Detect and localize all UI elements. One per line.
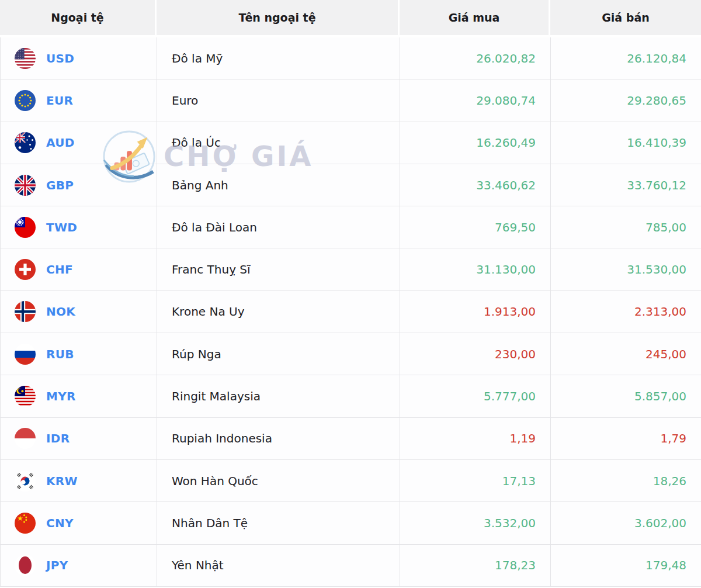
- sell-price: 179,48: [646, 558, 686, 572]
- table-row: MYR Ringit Malaysia 5.777,00 5.857,00: [0, 375, 701, 417]
- buy-cell: 26.020,82: [400, 37, 551, 79]
- col-header-currency-name: Tên ngoại tệ: [157, 0, 400, 35]
- table-row: NOK Krone Na Uy 1.913,00 2.313,00: [0, 291, 701, 333]
- sell-price: 5.857,00: [634, 389, 686, 403]
- buy-price: 16.260,49: [476, 136, 536, 150]
- table-row: GBP Bảng Anh 33.460,62 33.760,12: [0, 164, 701, 206]
- currency-code-link[interactable]: MYR: [46, 389, 76, 403]
- name-cell: Đô la Đài Loan: [157, 206, 400, 248]
- table-row: KRW Won Hàn Quốc 17,13 18,26: [0, 460, 701, 502]
- sell-price: 245,00: [646, 347, 686, 361]
- table-row: EUR Euro 29.080,74 29.280,65: [0, 79, 701, 122]
- myr-flag-icon: [15, 386, 36, 407]
- table-row: JPY Yên Nhật 178,23 179,48: [0, 545, 701, 587]
- currency-code-link[interactable]: KRW: [46, 474, 78, 488]
- currency-name: Nhân Dân Tệ: [172, 516, 248, 530]
- currency-name: Krone Na Uy: [172, 305, 245, 319]
- currency-name: Ringit Malaysia: [172, 389, 261, 403]
- buy-price: 31.130,00: [476, 262, 536, 276]
- cny-flag-icon: [15, 513, 36, 534]
- sell-cell: 1,79: [551, 418, 701, 459]
- currency-cell: JPY: [1, 545, 157, 586]
- name-cell: Rúp Nga: [157, 333, 400, 375]
- currency-name: Rupiah Indonesia: [172, 431, 272, 445]
- currency-code-link[interactable]: USD: [46, 51, 74, 65]
- currency-name: Đô la Đài Loan: [172, 220, 257, 234]
- aud-flag-icon: [15, 132, 36, 153]
- buy-cell: 230,00: [400, 333, 551, 375]
- sell-cell: 245,00: [551, 333, 701, 375]
- name-cell: Nhân Dân Tệ: [157, 502, 400, 544]
- name-cell: Đô la Úc: [157, 122, 400, 164]
- table-row: TWD Đô la Đài Loan 769,50 785,00: [0, 206, 701, 248]
- sell-cell: 3.602,00: [551, 502, 701, 544]
- buy-cell: 17,13: [400, 460, 551, 501]
- rub-flag-icon: [15, 344, 36, 365]
- currency-cell: CNY: [1, 502, 157, 544]
- buy-cell: 178,23: [400, 545, 551, 586]
- twd-flag-icon: [15, 217, 36, 238]
- buy-price: 26.020,82: [476, 51, 536, 65]
- sell-price: 26.120,84: [627, 51, 686, 65]
- name-cell: Won Hàn Quốc: [157, 460, 400, 501]
- sell-cell: 5.857,00: [551, 375, 701, 417]
- currency-code-link[interactable]: RUB: [46, 347, 74, 361]
- currency-name: Won Hàn Quốc: [172, 474, 258, 488]
- currency-cell: GBP: [1, 164, 157, 206]
- currency-cell: TWD: [1, 206, 157, 248]
- table-row: RUB Rúp Nga 230,00 245,00: [0, 333, 701, 375]
- currency-code-link[interactable]: CHF: [46, 262, 73, 276]
- currency-name: Bảng Anh: [172, 178, 228, 192]
- currency-code-link[interactable]: NOK: [46, 305, 75, 319]
- buy-price: 33.460,62: [476, 178, 536, 192]
- buy-cell: 31.130,00: [400, 248, 551, 290]
- buy-cell: 29.080,74: [400, 79, 551, 121]
- jpy-flag-icon: [15, 555, 36, 576]
- col-header-currency-code: Ngoại tệ: [0, 0, 157, 35]
- currency-code-link[interactable]: TWD: [46, 220, 77, 234]
- currency-cell: RUB: [1, 333, 157, 375]
- name-cell: Euro: [157, 79, 400, 121]
- krw-flag-icon: [15, 471, 36, 492]
- sell-cell: 29.280,65: [551, 79, 701, 121]
- sell-price: 785,00: [646, 220, 686, 234]
- table-header-row: Ngoại tệ Tên ngoại tệ Giá mua Giá bán: [0, 0, 701, 35]
- currency-cell: AUD: [1, 122, 157, 164]
- buy-cell: 3.532,00: [400, 502, 551, 544]
- sell-cell: 26.120,84: [551, 37, 701, 79]
- currency-cell: USD: [1, 37, 157, 79]
- name-cell: Bảng Anh: [157, 164, 400, 206]
- table-body: USD Đô la Mỹ 26.020,82 26.120,84 EUR Eur…: [0, 37, 701, 587]
- currency-code-link[interactable]: JPY: [46, 558, 68, 572]
- buy-cell: 1,19: [400, 418, 551, 459]
- currency-code-link[interactable]: CNY: [46, 516, 74, 530]
- buy-price: 29.080,74: [476, 94, 536, 108]
- currency-name: Đô la Mỹ: [172, 51, 223, 65]
- sell-cell: 18,26: [551, 460, 701, 501]
- name-cell: Franc Thuỵ Sĩ: [157, 248, 400, 290]
- sell-cell: 785,00: [551, 206, 701, 248]
- usd-flag-icon: [15, 48, 36, 69]
- currency-code-link[interactable]: IDR: [46, 431, 70, 445]
- currency-cell: MYR: [1, 375, 157, 417]
- buy-price: 1,19: [509, 431, 536, 445]
- buy-price: 17,13: [502, 474, 536, 488]
- currency-cell: EUR: [1, 79, 157, 121]
- col-header-buy-price: Giá mua: [400, 0, 550, 35]
- col-header-sell-price: Giá bán: [550, 0, 701, 35]
- currency-cell: KRW: [1, 460, 157, 501]
- buy-cell: 769,50: [400, 206, 551, 248]
- sell-cell: 179,48: [551, 545, 701, 586]
- sell-price: 31.530,00: [627, 262, 686, 276]
- sell-cell: 2.313,00: [551, 291, 701, 333]
- currency-code-link[interactable]: EUR: [46, 94, 73, 108]
- buy-cell: 5.777,00: [400, 375, 551, 417]
- currency-name: Rúp Nga: [172, 347, 221, 361]
- buy-price: 769,50: [495, 220, 536, 234]
- currency-code-link[interactable]: AUD: [46, 136, 75, 150]
- currency-code-link[interactable]: GBP: [46, 178, 74, 192]
- table-row: IDR Rupiah Indonesia 1,19 1,79: [0, 418, 701, 460]
- sell-price: 33.760,12: [627, 178, 686, 192]
- currency-name: Euro: [172, 94, 198, 108]
- currency-name: Franc Thuỵ Sĩ: [172, 262, 251, 276]
